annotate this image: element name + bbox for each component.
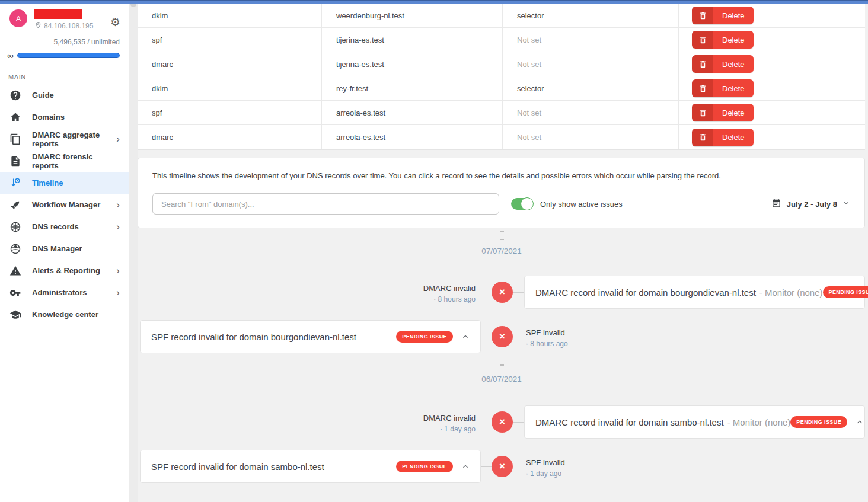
sidebar-nav: Guide Domains DMARC aggregate reports › …	[0, 84, 129, 325]
trash-icon	[692, 129, 713, 146]
delete-button[interactable]: Delete	[692, 79, 754, 97]
record-value-cell: selector	[503, 76, 679, 100]
timeline-controls: Only show active issues July 2 - July 8	[152, 193, 850, 215]
event-label: DMARC invalid · 8 hours ago	[138, 284, 476, 303]
timeline-cap	[500, 239, 504, 240]
sidebar-item-label: DMARC forensic reports	[32, 152, 120, 170]
chevron-up-icon[interactable]	[856, 418, 864, 426]
sidebar-item-dns-records[interactable]: DNS records ›	[0, 216, 129, 238]
record-type-cell: dkim	[138, 76, 322, 100]
record-type-cell: spf	[138, 28, 322, 52]
gear-icon[interactable]: ⚙	[110, 17, 120, 28]
sidebar-item-label: Knowledge center	[32, 310, 98, 319]
app-root: A 84.106.108.195 ⚙ 5,496,535 / unlimited…	[0, 0, 868, 502]
sidebar-item-label: DNS Manager	[32, 244, 82, 253]
sidebar-item-dmarc-forensic[interactable]: DMARC forensic reports	[0, 150, 129, 172]
delete-button-label: Delete	[713, 79, 754, 97]
event-label-time: · 8 hours ago	[526, 340, 568, 348]
sidebar-item-guide[interactable]: Guide	[0, 84, 129, 106]
trash-icon	[692, 55, 713, 73]
timeline-cap	[500, 364, 504, 366]
timeline-event-card[interactable]: SPF record invalid for domain sambo-nl.t…	[140, 450, 481, 483]
delete-button[interactable]: Delete	[692, 129, 754, 146]
event-label-time: · 1 day ago	[138, 425, 476, 433]
sidebar-item-domains[interactable]: Domains	[0, 106, 129, 128]
delete-button[interactable]: Delete	[692, 55, 754, 73]
error-marker[interactable]: ×	[492, 456, 513, 477]
error-marker[interactable]: ×	[492, 411, 513, 433]
delete-button[interactable]: Delete	[692, 7, 754, 24]
table-row: dmarc tijerina-es.test Not set Delete	[138, 52, 865, 76]
sidebar-item-timeline[interactable]: Timeline	[0, 172, 129, 194]
status-badge: PENDING ISSUE	[823, 286, 868, 298]
timeline-line-segment	[502, 387, 502, 501]
globe-grid-icon	[9, 221, 21, 233]
toggle-knob	[521, 197, 534, 210]
chevron-right-icon: ›	[116, 134, 120, 144]
delete-button[interactable]: Delete	[692, 104, 754, 121]
sidebar: A 84.106.108.195 ⚙ 5,496,535 / unlimited…	[0, 0, 129, 502]
trash-icon	[692, 104, 713, 121]
error-marker[interactable]: ×	[492, 282, 513, 303]
search-input[interactable]	[152, 193, 499, 215]
globe-icon	[9, 243, 21, 255]
delete-button-label: Delete	[713, 7, 754, 24]
sidebar-item-alerts-reporting[interactable]: Alerts & Reporting ›	[0, 260, 129, 282]
chevron-right-icon: ›	[116, 266, 120, 276]
record-value-cell: Not set	[503, 52, 679, 76]
chevron-right-icon: ›	[116, 287, 120, 298]
sidebar-item-dmarc-aggregate[interactable]: DMARC aggregate reports ›	[0, 128, 129, 150]
record-domain-cell: rey-fr.test	[322, 76, 503, 100]
calendar-icon	[771, 198, 781, 210]
table-row: dmarc arreola-es.test Not set Delete	[138, 125, 865, 149]
date-range-label: July 2 - July 8	[787, 200, 837, 209]
trash-icon	[692, 79, 713, 97]
delete-button[interactable]: Delete	[692, 31, 754, 49]
record-domain-cell: tijerina-es.test	[322, 52, 503, 76]
timeline-controls-panel: This timeline shows the development of y…	[138, 158, 865, 228]
main-content: dkim weerdenburg-nl.test selector Delete…	[138, 0, 868, 502]
table-row: spf arreola-es.test Not set Delete	[138, 101, 865, 125]
document-icon	[9, 155, 21, 167]
record-type-cell: spf	[138, 101, 322, 124]
table-row: spf tijerina-es.test Not set Delete	[138, 28, 865, 52]
date-range-picker[interactable]: July 2 - July 8	[771, 198, 850, 210]
timeline-line-segment	[502, 231, 502, 239]
error-marker[interactable]: ×	[492, 326, 513, 347]
trash-icon	[692, 7, 713, 24]
record-type-cell: dkim	[138, 4, 322, 27]
avatar[interactable]: A	[9, 9, 27, 27]
trash-icon	[692, 31, 713, 49]
record-action-cell: Delete	[679, 4, 865, 27]
record-domain-cell: arreola-es.test	[322, 125, 503, 149]
active-issues-toggle[interactable]	[511, 198, 533, 210]
profile-block: A 84.106.108.195 ⚙	[0, 0, 129, 59]
help-icon	[9, 89, 21, 101]
event-label-title: SPF invalid	[526, 328, 568, 337]
event-card-title: DMARC record invalid for domain bourgond…	[535, 287, 756, 298]
redacted-account-name	[34, 9, 82, 19]
record-action-cell: Delete	[679, 52, 865, 76]
delete-button-label: Delete	[713, 55, 754, 73]
record-domain-cell: arreola-es.test	[322, 101, 503, 124]
timeline-event-card[interactable]: DMARC record invalid for domain sambo-nl…	[524, 405, 865, 439]
chevron-right-icon: ›	[116, 200, 120, 210]
sidebar-item-knowledge-center[interactable]: Knowledge center	[0, 303, 129, 325]
timeline-icon	[9, 177, 21, 189]
sidebar-item-dns-manager[interactable]: DNS Manager	[0, 238, 129, 260]
timeline-event-card[interactable]: DMARC record invalid for domain bourgond…	[524, 276, 865, 309]
chevron-up-icon[interactable]	[461, 332, 470, 341]
timeline-event-card[interactable]: SPF record invalid for domain bourgondie…	[140, 320, 481, 353]
chevron-up-icon[interactable]	[461, 462, 470, 471]
event-label-title: DMARC invalid	[138, 414, 476, 423]
timeline-description: This timeline shows the development of y…	[152, 171, 850, 180]
event-label-time: · 8 hours ago	[138, 295, 476, 303]
sidebar-item-label: Timeline	[32, 178, 63, 187]
connector-line	[481, 337, 492, 337]
sidebar-item-workflow-manager[interactable]: Workflow Manager ›	[0, 194, 129, 216]
table-row: dkim weerdenburg-nl.test selector Delete	[138, 4, 865, 28]
sidebar-item-administrators[interactable]: Administrators ›	[0, 282, 129, 303]
copy-icon	[9, 133, 21, 145]
delete-button-label: Delete	[713, 31, 754, 49]
delete-button-label: Delete	[713, 104, 754, 121]
